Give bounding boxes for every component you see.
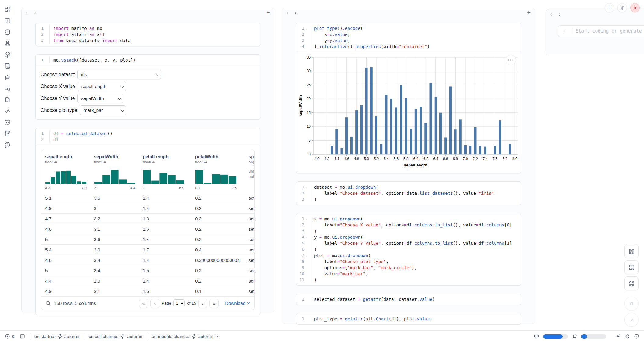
file-tree-icon[interactable] xyxy=(4,6,11,13)
search-icon[interactable] xyxy=(46,301,51,306)
command-icon[interactable] xyxy=(624,276,639,290)
cell-dataframe[interactable]: 12df = selected_dataset()df sepalLengthf… xyxy=(35,128,260,315)
last-page-button[interactable]: » xyxy=(209,299,219,308)
package-icon[interactable] xyxy=(4,51,11,58)
logs-search-icon[interactable] xyxy=(4,85,11,92)
table-row[interactable]: 4.63.11.50.2setosa xyxy=(41,224,254,234)
svg-text:7.8: 7.8 xyxy=(502,157,507,161)
chevron-left-icon[interactable]: ‹ xyxy=(26,10,27,15)
add-cell-button[interactable]: + xyxy=(527,10,531,16)
scratchpad-icon[interactable] xyxy=(4,130,11,137)
table-row[interactable]: 4.73.21.30.2setosa xyxy=(41,213,254,224)
sparkles-icon[interactable] xyxy=(616,334,621,339)
cell-chart[interactable]: 1⌄234plot_type().encode( x=x.value, y=y.… xyxy=(296,23,521,173)
chevron-right-icon[interactable]: › xyxy=(559,12,560,17)
cell-plot-type[interactable]: 1plot_type = getattr(alt.Chart(df), plot… xyxy=(296,313,521,325)
table-cell: 1.4 xyxy=(143,278,195,283)
cell-xy-plot-dropdowns[interactable]: 1⌄234⌄567⌄891011x = mo.ui.dropdown( labe… xyxy=(296,213,521,286)
cell-imports[interactable]: 123import marimo as moimport altair as a… xyxy=(35,23,260,46)
dropdown-select[interactable]: iris xyxy=(77,70,161,79)
cell-vstack[interactable]: 1mo.vstack([dataset, x, y, plot]) Choose… xyxy=(35,54,260,120)
dataframe-table: sepalLengthfloat644.37.9sepalWidthfloat6… xyxy=(41,150,255,310)
dropdown-select[interactable]: sepalWidth xyxy=(77,94,123,103)
close-icon[interactable] xyxy=(630,3,640,12)
cell-selected-dataset[interactable]: 1selected_dataset = getattr(data, datase… xyxy=(296,294,521,305)
run-icon[interactable] xyxy=(624,313,639,327)
first-page-button[interactable]: « xyxy=(139,299,148,308)
layout-icon[interactable] xyxy=(624,260,639,274)
code-editor[interactable]: import marimo as moimport altair as altf… xyxy=(50,25,131,44)
dropdown-select[interactable]: mark_bar xyxy=(80,105,126,115)
line-number: 3 xyxy=(296,37,308,44)
prev-page-button[interactable]: ‹ xyxy=(150,299,159,308)
dependency-graph-icon[interactable] xyxy=(4,40,11,47)
autorun-setting[interactable]: on cell change:autorun xyxy=(89,334,142,339)
stop-icon[interactable] xyxy=(624,297,639,311)
chart-menu-button[interactable] xyxy=(506,55,516,65)
code-editor[interactable]: plot_type = getattr(alt.Chart(df), plot.… xyxy=(310,316,432,322)
table-cell: 4.7 xyxy=(45,216,94,221)
code-editor[interactable]: dataset = mo.ui.dropdown( label="Choose … xyxy=(310,184,494,202)
table-column-header[interactable]: speciesobjectunique:nulls: xyxy=(249,154,254,190)
settings-icon[interactable] xyxy=(617,3,627,12)
chevron-left-icon[interactable]: ‹ xyxy=(287,10,288,15)
table-cell: 5 xyxy=(45,237,94,242)
add-cell-button[interactable]: + xyxy=(266,10,270,16)
table-row[interactable]: 4.93.11.50.1setosa xyxy=(41,286,254,296)
snippets-icon[interactable] xyxy=(4,119,11,126)
code-editor[interactable]: df = selected_dataset()df xyxy=(50,130,113,143)
table-row[interactable]: 5.13.51.40.2setosa xyxy=(41,193,254,203)
save-icon[interactable] xyxy=(624,244,639,258)
editor-placeholder[interactable]: Start coding or generate with AI xyxy=(576,28,644,34)
autorun-setting[interactable]: on startup:autorun xyxy=(34,334,79,339)
bot-icon[interactable] xyxy=(625,334,630,339)
cell-empty-editor[interactable]: 1 Start coding or generate with AI xyxy=(558,25,644,37)
chatbot-icon[interactable] xyxy=(4,74,11,80)
code-editor[interactable]: x = mo.ui.dropdown( label="Choose X valu… xyxy=(310,216,512,283)
code-editor[interactable]: mo.vstack([dataset, x, y, plot]) xyxy=(50,57,136,63)
svg-text:30: 30 xyxy=(307,69,311,73)
errors-indicator[interactable]: 0 xyxy=(5,334,14,339)
bar-chart[interactable]: 4.04.24.44.64.85.05.25.45.65.86.06.26.46… xyxy=(298,54,521,169)
document-icon[interactable] xyxy=(4,96,11,103)
table-column-header[interactable]: petalWidthfloat640.12.5 xyxy=(195,154,249,190)
activity-icon[interactable] xyxy=(4,108,11,114)
next-page-button[interactable]: › xyxy=(198,299,207,308)
help-icon[interactable] xyxy=(4,141,11,148)
table-row[interactable]: 4.63.41.40.3000000000000004setosa xyxy=(41,255,254,265)
check-circle-icon[interactable] xyxy=(634,334,639,339)
svg-text:7.4: 7.4 xyxy=(483,157,488,161)
autorun-setting[interactable]: on module change:autorun xyxy=(152,334,219,339)
function-square-icon[interactable] xyxy=(4,17,11,24)
table-row[interactable]: 4.42.91.40.2setosa xyxy=(41,276,254,286)
download-button[interactable]: Download xyxy=(225,301,250,306)
svg-text:5.2: 5.2 xyxy=(374,157,379,161)
table-scroll-area: sepalLengthfloat644.37.9sepalWidthfloat6… xyxy=(41,150,254,296)
chevron-right-icon[interactable]: › xyxy=(34,10,36,15)
table-column-header[interactable]: sepalLengthfloat644.37.9 xyxy=(45,154,94,190)
line-number-gutter: 1 xyxy=(36,57,50,63)
table-cell: 0.2 xyxy=(195,278,249,283)
code-line: value="mark_bar", xyxy=(314,271,512,277)
table-row[interactable]: 53.41.50.2setosa xyxy=(41,265,254,276)
table-column-header[interactable]: sepalWidthfloat6424.4 xyxy=(94,154,143,190)
action-buttons xyxy=(624,244,639,327)
page-select[interactable]: 1 xyxy=(173,299,185,307)
scroll-icon[interactable] xyxy=(4,62,11,69)
generate-link[interactable]: generate xyxy=(620,28,642,34)
menu-icon[interactable] xyxy=(605,3,614,12)
table-row[interactable]: 53.61.40.2setosa xyxy=(41,234,254,244)
chevron-right-icon[interactable]: › xyxy=(295,10,296,15)
line-number: 2 xyxy=(36,31,48,37)
dropdown-mark_bar: mark_bar xyxy=(80,105,126,115)
code-editor[interactable]: plot_type().encode( x=x.value, y=y.value… xyxy=(310,25,430,50)
table-row[interactable]: 4.931.40.2setosa xyxy=(41,203,254,213)
dropdown-select[interactable]: sepalLength xyxy=(78,82,126,91)
table-row[interactable]: 5.43.91.70.4setosa xyxy=(41,244,254,255)
table-column-header[interactable]: petalLengthfloat6416.9 xyxy=(143,154,195,190)
terminal-button[interactable] xyxy=(20,334,25,339)
code-editor[interactable]: selected_dataset = getattr(data, dataset… xyxy=(310,296,435,302)
chevron-left-icon[interactable]: ‹ xyxy=(550,12,552,17)
cell-dataset-dropdown[interactable]: 1⌄23dataset = mo.ui.dropdown( label="Cho… xyxy=(296,181,521,205)
database-icon[interactable] xyxy=(4,29,11,35)
